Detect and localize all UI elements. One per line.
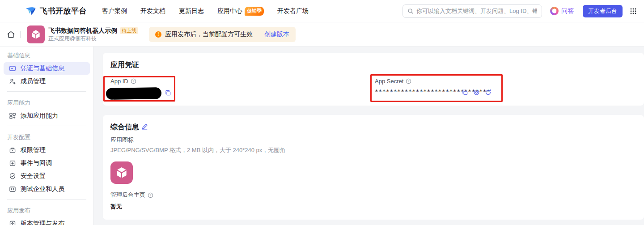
credentials-card: 应用凭证 App ID ? App Secret ? ********: [103, 53, 644, 106]
sidebar-section-capabilities: 应用能力: [7, 99, 93, 105]
sidebar-item-label: 版本管理与发布: [21, 220, 64, 225]
help-circle-icon[interactable]: ?: [131, 78, 136, 84]
promo-badge: 促销季: [245, 7, 264, 16]
app-icon-label: 应用图标: [110, 136, 134, 144]
sidebar-item-test-org[interactable]: 测试企业和人员: [4, 183, 90, 195]
eye-icon[interactable]: [473, 89, 480, 96]
alert-exclamation-icon: !: [155, 31, 161, 38]
sidebar-item-label: 事件与回调: [21, 159, 52, 167]
help-circle-icon[interactable]: ?: [148, 192, 153, 198]
app-secret-label-row: App Secret ?: [375, 78, 411, 85]
credentials-card-title: 应用凭证: [110, 60, 139, 70]
header-divider: [20, 31, 21, 38]
qa-label: 问答: [561, 7, 574, 15]
copy-icon[interactable]: [462, 89, 468, 96]
help-circle-icon[interactable]: ?: [406, 78, 411, 84]
brand[interactable]: 飞书开放平台: [25, 5, 87, 17]
person-add-icon: [9, 78, 16, 85]
grid-add-icon: [9, 112, 16, 119]
code-icon: [9, 186, 16, 193]
shield-check-icon: [9, 173, 16, 180]
brand-name: 飞书开放平台: [40, 6, 87, 16]
edit-pencil-icon[interactable]: [141, 123, 148, 132]
nav-item-app-center[interactable]: 应用中心 促销季: [217, 7, 264, 16]
app-subtitle: 正式应用@衡石科技: [48, 35, 138, 42]
sidebar-item-credentials[interactable]: 凭证与基础信息: [4, 62, 90, 75]
app-header: 飞书数据问答机器人示例 待上线 正式应用@衡石科技 ! 应用发布后，当前配置方可…: [0, 23, 644, 47]
svg-text:?: ?: [408, 80, 410, 83]
app-id-label: App ID: [110, 78, 128, 85]
feishu-logo-icon: [25, 5, 36, 17]
sidebar-section-release: 应用发布: [7, 207, 93, 213]
id-card-icon: [9, 65, 16, 72]
qa-button[interactable]: 问答: [550, 7, 574, 15]
sidebar-divider: [7, 91, 86, 92]
create-version-link[interactable]: 创建版本: [264, 30, 289, 38]
publish-arrow-icon: [9, 220, 16, 225]
app-secret-label: App Secret: [375, 78, 403, 85]
admin-homepage-value: 暂无: [110, 203, 122, 211]
nav-item-dev-plaza[interactable]: 开发者广场: [277, 7, 309, 15]
search-icon: [407, 8, 414, 14]
top-navbar: 飞书开放平台 客户案例 开发文档 更新日志 应用中心 促销季 开发者广场 问答 …: [0, 0, 644, 22]
sidebar-section-basic: 基础信息: [7, 51, 93, 58]
admin-homepage-label: 管理后台主页: [110, 191, 145, 199]
svg-text:?: ?: [150, 193, 152, 196]
sidebar-item-add-capability[interactable]: 添加应用能力: [4, 110, 90, 122]
app-id-redaction: [106, 87, 161, 100]
alert-text: 应用发布后，当前配置方可生效: [165, 30, 253, 38]
nav-item-changelog[interactable]: 更新日志: [179, 7, 204, 15]
briefcase-icon: [9, 147, 16, 154]
app-avatar: [27, 25, 45, 43]
info-card-title: 综合信息: [110, 123, 139, 132]
sidebar-item-label: 成员管理: [21, 77, 46, 85]
search-box[interactable]: [402, 4, 542, 18]
sidebar-item-label: 凭证与基础信息: [21, 64, 64, 72]
refresh-icon[interactable]: [485, 89, 491, 96]
sidebar-item-label: 权限管理: [21, 146, 46, 154]
sidebar-item-label: 测试企业和人员: [21, 185, 64, 193]
sidebar-section-dev-config: 开发配置: [7, 133, 93, 140]
admin-homepage-label-row: 管理后台主页 ?: [110, 191, 153, 199]
nav-item-docs[interactable]: 开发文档: [140, 7, 165, 15]
sidebar-divider: [7, 199, 86, 200]
publish-alert-banner: ! 应用发布后，当前配置方可生效 创建版本: [149, 27, 296, 42]
sidebar-item-events[interactable]: 事件与回调: [4, 157, 90, 170]
nav-item-app-center-label: 应用中心: [217, 7, 242, 15]
sidebar-item-label: 安全设置: [21, 172, 46, 180]
sidebar: 基础信息 凭证与基础信息 成员管理 应用能力 添加应用能力: [0, 47, 94, 225]
app-secret-actions: [462, 89, 491, 96]
sidebar-item-label: 添加应用能力: [21, 112, 58, 120]
app-icon-hint: JPEG/PNG/SVG/BMP 格式，2 MB 以内，大于 240*240 p…: [110, 146, 285, 154]
developer-console-button[interactable]: 开发者后台: [583, 5, 623, 17]
apps-grid-icon[interactable]: [630, 8, 637, 15]
nav-item-cases[interactable]: 客户案例: [102, 7, 127, 15]
sidebar-divider: [7, 126, 86, 126]
main-content: 应用凭证 App ID ? App Secret ? ********: [94, 47, 644, 225]
qa-ring-icon: [550, 7, 559, 15]
sidebar-item-security[interactable]: 安全设置: [4, 170, 90, 183]
sidebar-item-version-release[interactable]: 版本管理与发布: [4, 217, 90, 225]
sidebar-item-permissions[interactable]: 权限管理: [4, 144, 90, 157]
app-name: 飞书数据问答机器人示例: [48, 27, 117, 35]
app-id-label-row: App ID ?: [110, 78, 136, 85]
general-info-card: 综合信息 应用图标 JPEG/PNG/SVG/BMP 格式，2 MB 以内，大于…: [103, 115, 644, 220]
event-plus-icon: [9, 160, 16, 167]
svg-text:?: ?: [132, 80, 134, 83]
status-badge: 待上线: [120, 27, 138, 34]
copy-icon[interactable]: [165, 89, 171, 96]
sidebar-item-members[interactable]: 成员管理: [4, 75, 90, 88]
topnav-right: 问答 开发者后台: [402, 4, 637, 18]
app-titles: 飞书数据问答机器人示例 待上线 正式应用@衡石科技: [48, 27, 138, 42]
home-icon[interactable]: [6, 30, 16, 39]
search-input[interactable]: [416, 8, 537, 14]
nav-menu: 客户案例 开发文档 更新日志 应用中心 促销季 开发者广场: [102, 7, 309, 16]
app-icon-preview: [110, 161, 133, 184]
